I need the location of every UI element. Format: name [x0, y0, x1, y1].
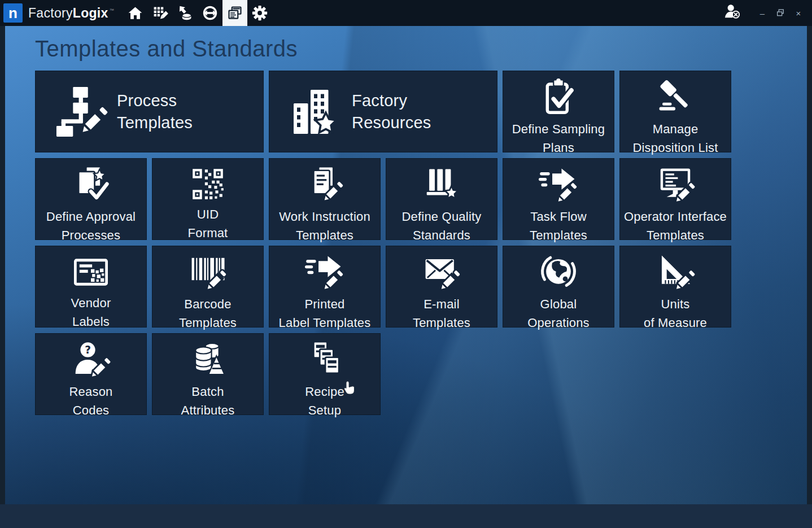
- nav-home[interactable]: [123, 0, 148, 26]
- tile-grid: ProcessTemplates FactoryResources Define…: [35, 71, 731, 415]
- nav-templates[interactable]: [222, 0, 247, 26]
- tile-label: Resources: [352, 112, 431, 134]
- tile-label: Templates: [624, 226, 727, 245]
- nav-materials[interactable]: [173, 0, 198, 26]
- tile-define-approval-processes[interactable]: Define ApprovalProcesses: [35, 158, 147, 240]
- tile-label: Batch: [181, 382, 235, 401]
- restore-icon: [776, 8, 785, 18]
- topbar-right: – ×: [724, 3, 812, 23]
- tile-label: Templates: [413, 313, 470, 332]
- app-logo: n: [3, 3, 23, 23]
- content-area: Templates and Standards ProcessTemplates…: [0, 26, 812, 504]
- person-question-pencil-icon: [71, 341, 111, 380]
- tile-label: Recipe: [305, 382, 344, 401]
- tile-label: Templates: [279, 226, 370, 245]
- tile-manage-disposition-list[interactable]: ManageDisposition List: [619, 71, 731, 152]
- globe-icon: [539, 253, 578, 293]
- brand-name: FactoryLogix™: [28, 6, 114, 21]
- tile-process-templates[interactable]: ProcessTemplates: [35, 71, 264, 152]
- books-star-icon: [422, 165, 461, 205]
- templates-icon: [227, 5, 243, 21]
- documents-approved-icon: [71, 165, 111, 205]
- factory-star-icon: [289, 85, 343, 139]
- nav-production-planning[interactable]: [148, 0, 173, 26]
- restore-button[interactable]: [774, 6, 787, 20]
- envelope-pencil-icon: [422, 253, 461, 293]
- nav-sync[interactable]: [198, 0, 222, 26]
- tile-uid-format[interactable]: UIDFormat: [152, 158, 264, 240]
- settings-gear-icon: [252, 5, 268, 21]
- tile-label: Vendor: [71, 294, 111, 312]
- tile-label: Plans: [512, 138, 605, 157]
- materials-import-icon: [177, 5, 193, 21]
- tile-barcode-templates[interactable]: BarcodeTemplates: [152, 246, 264, 328]
- production-planning-icon: [152, 5, 168, 21]
- tile-label: of Measure: [644, 313, 707, 332]
- tile-recipe-setup[interactable]: RecipeSetup: [269, 333, 381, 415]
- brand-light: Factory: [28, 6, 73, 21]
- tile-label: Templates: [117, 112, 193, 134]
- label-qr-icon: [72, 253, 110, 291]
- tile-label: Processes: [46, 226, 136, 245]
- tile-vendor-labels[interactable]: VendorLabels: [35, 246, 147, 328]
- minimize-button[interactable]: –: [756, 6, 769, 20]
- tile-define-quality-standards[interactable]: Define QualityStandards: [386, 158, 497, 240]
- tile-printed-label-templates[interactable]: PrintedLabel Templates: [269, 246, 381, 328]
- tile-label: Labels: [71, 312, 111, 331]
- tile-operator-interface-templates[interactable]: Operator InterfaceTemplates: [619, 158, 731, 240]
- tile-label: Templates: [530, 226, 587, 245]
- tile-label: UID: [188, 205, 228, 224]
- barcode-pencil-icon: [188, 253, 228, 293]
- tile-label: Templates: [179, 313, 237, 332]
- home-icon: [128, 6, 143, 21]
- user-status-button[interactable]: [724, 3, 741, 23]
- tile-task-flow-templates[interactable]: Task FlowTemplates: [503, 158, 614, 240]
- tile-units-of-measure[interactable]: Unitsof Measure: [619, 246, 731, 328]
- footer-bar: [0, 504, 812, 528]
- brand-bold: Logix: [73, 6, 108, 21]
- document-pencil-icon: [305, 165, 344, 205]
- tile-label: Process: [117, 90, 193, 112]
- tile-label: Global: [527, 295, 590, 313]
- tile-label: Define Quality: [402, 207, 482, 226]
- database-pyramid-icon: [188, 341, 228, 380]
- sync-transfer-icon: [202, 5, 218, 21]
- tile-label: Printed: [279, 295, 371, 313]
- tile-label: Manage: [632, 120, 718, 138]
- tile-work-instruction-templates[interactable]: Work InstructionTemplates: [269, 158, 381, 240]
- tile-label: Operations: [527, 313, 590, 332]
- monitor-pencil-icon: [656, 165, 695, 205]
- user-status-offline-icon: [724, 3, 741, 20]
- tile-label: Task Flow: [530, 207, 587, 226]
- tile-label: Standards: [402, 226, 482, 245]
- tile-label: Setup: [305, 401, 344, 420]
- tile-label: Format: [188, 224, 228, 242]
- tile-label: Disposition List: [632, 138, 718, 157]
- tile-email-templates[interactable]: E-mailTemplates: [386, 246, 497, 328]
- tile-global-operations[interactable]: GlobalOperations: [503, 246, 614, 328]
- page-title: Templates and Standards: [35, 36, 807, 62]
- brand-trademark: ™: [110, 8, 114, 13]
- tile-batch-attributes[interactable]: BatchAttributes: [152, 333, 264, 415]
- qr-code-icon: [189, 165, 226, 203]
- tile-label: Define Approval: [46, 207, 136, 226]
- tile-label: Barcode: [179, 295, 237, 313]
- logo-letter: n: [8, 6, 18, 20]
- tile-label: Label Templates: [279, 313, 371, 332]
- topbar: n FactoryLogix™ – ×: [0, 0, 812, 26]
- tile-label: Units: [644, 295, 707, 313]
- tile-define-sampling-plans[interactable]: Define SamplingPlans: [503, 71, 614, 152]
- close-button[interactable]: ×: [792, 6, 805, 20]
- gavel-icon: [656, 78, 695, 117]
- tile-label: Reason: [69, 382, 112, 401]
- tile-label: Work Instruction: [279, 207, 370, 226]
- main-nav: [123, 0, 272, 26]
- tile-factory-resources[interactable]: FactoryResources: [269, 71, 497, 152]
- tile-label: Codes: [69, 401, 112, 420]
- tile-reason-codes[interactable]: ReasonCodes: [35, 333, 147, 415]
- tile-label: Factory: [352, 90, 431, 112]
- set-square-pencil-icon: [656, 253, 695, 293]
- tile-label: Operator Interface: [624, 207, 727, 226]
- fast-arrow-pencil-icon: [539, 165, 578, 205]
- nav-settings[interactable]: [247, 0, 272, 26]
